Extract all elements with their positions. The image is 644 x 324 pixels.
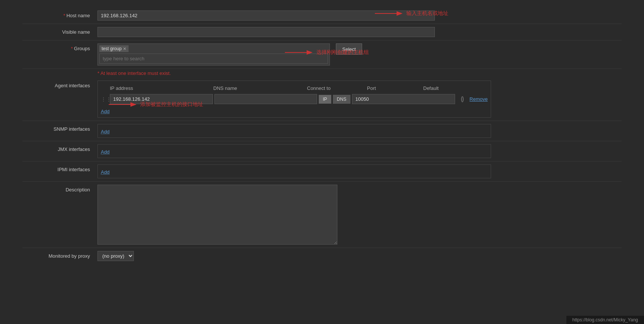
validation-label-spacer [22, 70, 97, 73]
snmp-interfaces-field: Add [97, 124, 435, 138]
proxy-row: Monitored by proxy (no proxy) [22, 248, 622, 264]
visible-name-field [97, 27, 435, 37]
col-default-header: Default [423, 85, 453, 91]
group-tag-remove[interactable]: ✕ [123, 46, 126, 51]
default-radio[interactable] [461, 96, 464, 102]
col-dns-header: DNS name [213, 85, 307, 91]
add-ipmi-interface-link[interactable]: Add [101, 169, 109, 175]
form-container: *Host name 输入主机名或地址 [22, 7, 622, 264]
add-snmp-interface-link[interactable]: Add [101, 129, 109, 134]
jmx-interfaces-field: Add [97, 144, 435, 158]
hostname-input[interactable] [97, 10, 435, 21]
jmx-interfaces-label: JMX interfaces [22, 144, 97, 152]
remove-link[interactable]: Remove [470, 96, 488, 102]
jmx-interfaces-section: Add [97, 144, 491, 158]
groups-required-star: * [71, 46, 73, 51]
validation-row: * At least one interface must exist. [22, 69, 622, 78]
agent-interfaces-section: IP address DNS name Connect to Port Defa… [97, 81, 491, 118]
col-port-header: Port [367, 85, 423, 91]
groups-input-area[interactable]: test group ✕ [97, 43, 330, 66]
groups-row: *Groups test group ✕ Select [22, 40, 622, 69]
add-agent-interface-link[interactable]: Add [101, 109, 109, 114]
page-wrapper: *Host name 输入主机名或地址 [0, 0, 644, 324]
visible-name-row: Visible name [22, 24, 622, 40]
visible-name-label: Visible name [22, 27, 97, 35]
required-star: * [63, 13, 65, 18]
ipmi-interfaces-label: IPMI interfaces [22, 164, 97, 172]
select-button[interactable]: Select [336, 43, 362, 55]
hostname-label: *Host name [22, 10, 97, 18]
validation-field: * At least one interface must exist. [97, 70, 435, 76]
ipmi-interfaces-row: IPMI interfaces Add [22, 161, 622, 182]
proxy-select[interactable]: (no proxy) [97, 251, 134, 261]
proxy-field: (no proxy) [97, 251, 435, 261]
snmp-interfaces-label: SNMP interfaces [22, 124, 97, 132]
proxy-label: Monitored by proxy [22, 251, 97, 259]
snmp-interfaces-section: Add [97, 124, 491, 138]
snmp-interfaces-row: SNMP interfaces Add [22, 121, 622, 141]
agent-interfaces-row: Agent interfaces IP address DNS name Con… [22, 78, 622, 121]
groups-label: *Groups [22, 43, 97, 51]
add-jmx-interface-link[interactable]: Add [101, 149, 109, 155]
col-connect-header: Connect to [307, 85, 367, 91]
group-tag: test group ✕ [99, 45, 129, 52]
col-ip-header: IP address [101, 85, 213, 91]
ip-address-input[interactable] [110, 94, 213, 104]
description-label: Description [22, 185, 97, 193]
interfaces-header: IP address DNS name Connect to Port Defa… [101, 84, 488, 94]
dns-connect-button[interactable]: DNS [333, 95, 350, 104]
port-input[interactable] [352, 94, 455, 104]
description-textarea[interactable] [97, 185, 337, 245]
groups-search-input[interactable] [99, 54, 328, 64]
hostname-field [97, 10, 435, 21]
footer-url: https://blog.csdn.net/Micky_Yang [566, 316, 644, 324]
ip-connect-button[interactable]: IP [319, 95, 331, 104]
description-field [97, 185, 435, 245]
ipmi-interfaces-field: Add [97, 164, 435, 178]
agent-interfaces-field: IP address DNS name Connect to Port Defa… [97, 81, 435, 118]
add-agent-interface: Add [101, 107, 488, 114]
validation-message: * At least one interface must exist. [97, 68, 171, 78]
groups-field: test group ✕ Select [97, 43, 435, 66]
jmx-interfaces-row: JMX interfaces Add [22, 141, 622, 161]
ipmi-interfaces-section: Add [97, 164, 491, 178]
drag-handle[interactable]: ⋮⋮ [101, 96, 108, 102]
hostname-row: *Host name 输入主机名或地址 [22, 7, 622, 24]
description-row: Description [22, 182, 622, 248]
visible-name-input[interactable] [97, 27, 435, 37]
dns-name-input[interactable] [214, 94, 318, 104]
agent-interfaces-label: Agent interfaces [22, 81, 97, 88]
interface-row-1: ⋮⋮ IP DNS Remove [101, 94, 488, 104]
